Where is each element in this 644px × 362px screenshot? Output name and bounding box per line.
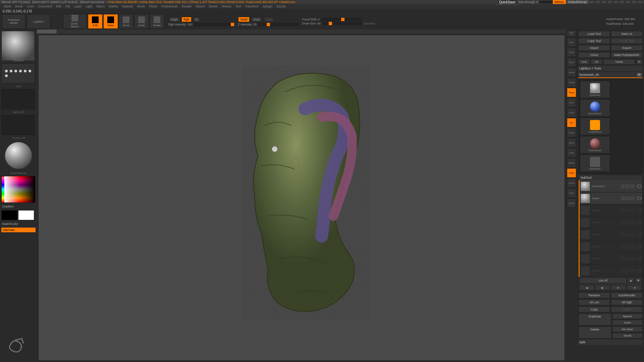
- subtool-mode-icon[interactable]: [626, 208, 630, 213]
- rail-scroll-button[interactable]: Scroll: [567, 48, 576, 57]
- subtool-item-3[interactable]: Insert 3: [580, 217, 642, 229]
- rail-frame-button[interactable]: Frame: [567, 128, 576, 137]
- visibility-eye-icon[interactable]: [637, 185, 642, 188]
- subtool-header[interactable]: SubTool: [579, 175, 642, 180]
- rail-xyz-button[interactable]: xyz: [567, 118, 576, 127]
- menu-macro[interactable]: Macro: [95, 5, 106, 8]
- menu-preferences[interactable]: Preferences: [160, 5, 179, 8]
- scale-button[interactable]: Scale: [134, 14, 149, 29]
- export-button[interactable]: Export: [611, 45, 643, 51]
- current-tool-header[interactable]: Dynamesh_48 R: [578, 72, 643, 78]
- win-btn-3[interactable]: [601, 0, 606, 4]
- subtool-mode-icon[interactable]: [621, 184, 625, 188]
- menu-light[interactable]: Light: [85, 5, 94, 8]
- split-header[interactable]: Split: [578, 340, 643, 345]
- menu-render[interactable]: Render: [180, 5, 193, 8]
- menu-stencil[interactable]: Stencil: [194, 5, 206, 8]
- rail-xpose-button[interactable]: Xpose: [567, 198, 576, 208]
- menu-zplugin[interactable]: Zplugin: [261, 5, 274, 8]
- nav-2-button[interactable]: ►: [595, 285, 610, 290]
- gradient-toggle[interactable]: Gradient: [1, 204, 36, 209]
- texture-selector[interactable]: [1, 115, 35, 135]
- m-toggle[interactable]: M: [193, 17, 200, 22]
- tool-item-dynamesh[interactable]: Dynamesh: [580, 155, 610, 172]
- menu-edit[interactable]: Edit: [55, 5, 63, 8]
- lightbox-tools-header[interactable]: Lightbox > Tools: [578, 66, 643, 71]
- save-as-button[interactable]: Save As: [611, 31, 643, 37]
- delete-button[interactable]: Delete: [578, 326, 611, 339]
- visibility-eye-icon[interactable]: [637, 257, 642, 260]
- visibility-eye-icon[interactable]: [637, 233, 642, 236]
- rgb-intensity-slider[interactable]: [194, 23, 234, 26]
- subtool-mode-icon[interactable]: [621, 221, 625, 225]
- rgb-toggle[interactable]: Rgb: [181, 17, 192, 22]
- move-down-button[interactable]: ▼: [635, 278, 642, 283]
- win-btn-4[interactable]: [607, 0, 612, 4]
- subtool-mode-icon[interactable]: [626, 184, 630, 188]
- subtool-mode-icon[interactable]: [630, 184, 634, 188]
- seethrough-control[interactable]: See-through 0: [518, 0, 553, 4]
- goz-all-button[interactable]: All: [591, 59, 602, 65]
- maximize-button[interactable]: [631, 0, 637, 4]
- subtool-item-6[interactable]: Insert 6: [580, 253, 642, 265]
- subtool-mode-icon[interactable]: [630, 208, 634, 213]
- tool-item-dynamesh[interactable]: Dynamesh: [580, 81, 610, 98]
- tool-item-eraserbrush[interactable]: EraserBrush: [580, 136, 610, 154]
- edit-button[interactable]: Edit: [88, 14, 103, 29]
- subtool-item-2[interactable]: Insert 2: [580, 204, 642, 217]
- append-button[interactable]: Append: [612, 313, 643, 319]
- menu-layer[interactable]: Layer: [73, 5, 83, 8]
- copy-subtool-button[interactable]: Copy: [578, 306, 610, 312]
- lightbox-button[interactable]: LightBox: [27, 14, 50, 29]
- subtool-mode-icon[interactable]: [626, 257, 630, 261]
- subtool-mode-icon[interactable]: [621, 269, 625, 273]
- alpha-selector[interactable]: [1, 89, 35, 109]
- subtool-mode-icon[interactable]: [630, 196, 634, 200]
- z-intensity-slider[interactable]: [258, 23, 298, 26]
- list-all-button[interactable]: List All: [579, 278, 627, 284]
- subtool-item-5[interactable]: Insert 5: [580, 241, 642, 253]
- rail-solo-button[interactable]: Solo: [567, 188, 576, 198]
- menu-texture[interactable]: Texture: [220, 5, 233, 8]
- default-script-button[interactable]: DefaultZScript: [566, 0, 589, 4]
- subtool-mode-icon[interactable]: [630, 221, 634, 225]
- subtool-mode-icon[interactable]: [621, 208, 625, 213]
- menu-tool[interactable]: Tool: [234, 5, 243, 8]
- rail-lsym-button[interactable]: L.Sym: [567, 108, 576, 117]
- subtool-mode-icon[interactable]: [630, 257, 634, 261]
- subtool-mode-icon[interactable]: [626, 245, 630, 249]
- quicksketch-button[interactable]: Quick Sketch: [63, 14, 87, 29]
- subtool-mode-icon[interactable]: [626, 233, 630, 237]
- make-polymesh-button[interactable]: Make PolyMesh3D: [611, 52, 643, 58]
- secondary-color-swatch[interactable]: [1, 210, 17, 220]
- autoreorder-button[interactable]: AutoReorder: [611, 292, 643, 298]
- visibility-eye-icon[interactable]: [637, 209, 642, 212]
- win-btn-6[interactable]: [619, 0, 625, 4]
- alllow-button[interactable]: All Low: [578, 299, 610, 305]
- subtool-item-7[interactable]: Insert 7: [580, 265, 642, 277]
- import-button[interactable]: Import: [578, 45, 610, 51]
- goz-button[interactable]: GoZ: [578, 59, 590, 65]
- visibility-eye-icon[interactable]: [637, 245, 642, 248]
- subtool-mode-icon[interactable]: [626, 221, 630, 225]
- menu-document[interactable]: Document: [37, 5, 53, 8]
- subtool-mode-icon[interactable]: [630, 269, 634, 273]
- tool-item-simplebrush[interactable]: SimpleBrush: [580, 118, 610, 135]
- delother-button[interactable]: Del Other: [612, 326, 643, 332]
- rename-button[interactable]: Rename: [578, 292, 610, 298]
- rail-zoom-button[interactable]: Zoom: [567, 58, 576, 67]
- menu-zscript[interactable]: Zscript: [275, 5, 287, 8]
- insert-button[interactable]: Insert: [612, 320, 643, 325]
- rail-transp-button[interactable]: Transp: [567, 178, 576, 188]
- duplicate-button[interactable]: Duplicate: [578, 313, 611, 325]
- subtool-mode-icon[interactable]: [621, 233, 625, 237]
- load-tool-button[interactable]: Load Tool: [578, 31, 610, 37]
- tool-item-spherebrush[interactable]: SphereBrush: [580, 99, 610, 117]
- subtool-mode-icon[interactable]: [630, 245, 634, 249]
- rail-actual-button[interactable]: Actual: [567, 68, 576, 77]
- primary-color-swatch[interactable]: [18, 210, 34, 220]
- mrgb-toggle[interactable]: Mrgb: [168, 17, 180, 22]
- menu-stroke[interactable]: Stroke: [207, 5, 219, 8]
- menu-file[interactable]: File: [64, 5, 72, 8]
- projection-master-button[interactable]: Projection Master: [2, 14, 25, 29]
